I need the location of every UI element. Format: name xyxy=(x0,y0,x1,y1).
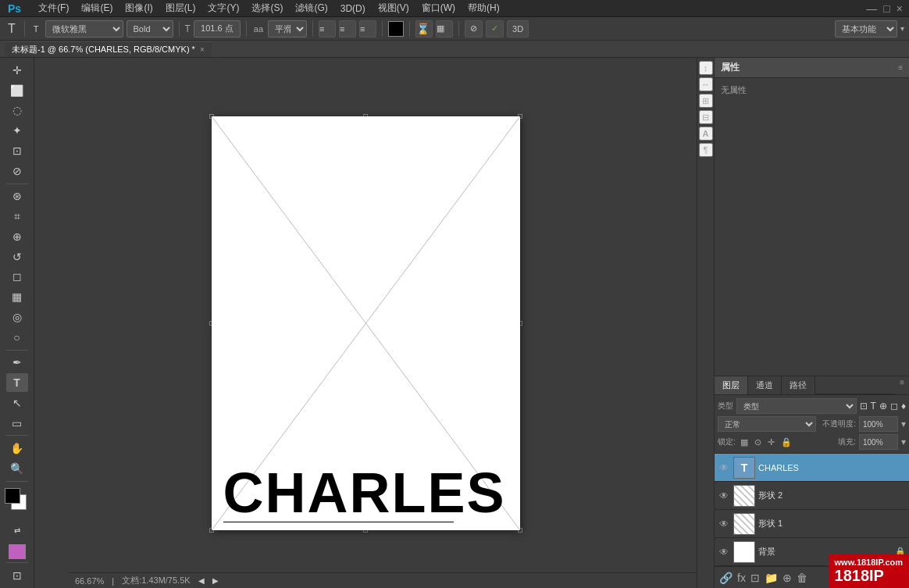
menu-layer[interactable]: 图层(L) xyxy=(159,0,202,16)
zoom-tool[interactable]: 🔍 xyxy=(6,459,28,478)
menu-help[interactable]: 帮助(H) xyxy=(462,0,506,16)
opacity-arrow[interactable]: ▾ xyxy=(901,419,906,429)
font-family-select[interactable]: 微软雅黑 xyxy=(45,20,123,37)
align-center-button[interactable]: ≡ xyxy=(339,20,356,37)
rt-zoom-button[interactable]: ↔ xyxy=(699,77,713,91)
filter-icon-2[interactable]: T xyxy=(871,401,876,412)
layer-thumb-shape2 xyxy=(733,485,755,507)
menu-filter[interactable]: 滤镜(G) xyxy=(289,0,333,16)
spot-healing-brush[interactable]: ⊛ xyxy=(6,187,28,205)
document-tab[interactable]: 未标题-1 @ 66.7% (CHARLES, RGB/8/CMYK) * × xyxy=(3,41,213,57)
expand-workspace-icon[interactable]: ▾ xyxy=(900,24,904,33)
change-screen-mode[interactable]: ⊡ xyxy=(6,566,28,585)
blend-mode-select[interactable]: 正常 xyxy=(718,416,816,432)
path-selection-tool[interactable]: ↖ xyxy=(6,394,28,412)
canvas-area[interactable]: CHARLES 66.67% | 文档:1.43M/75.5K ◀ ▶ xyxy=(34,58,697,588)
lock-all-icon[interactable]: 🔒 xyxy=(781,437,792,447)
menu-file[interactable]: 文件(F) xyxy=(32,0,75,16)
cancel-text-button[interactable]: ⊘ xyxy=(465,20,483,37)
lock-position-icon[interactable]: ✛ xyxy=(768,437,775,447)
filter-icon-4[interactable]: ◻ xyxy=(890,401,898,412)
menu-image[interactable]: 图像(I) xyxy=(119,0,159,16)
text-color-swatch[interactable] xyxy=(388,21,404,37)
align-left-button[interactable]: ≡ xyxy=(319,20,336,37)
layers-panel-expand[interactable]: ≡ xyxy=(895,376,909,394)
text-tool[interactable]: T xyxy=(6,373,28,392)
tab-channels[interactable]: 通道 xyxy=(748,376,782,394)
opacity-input[interactable] xyxy=(859,416,898,432)
status-next-button[interactable]: ▶ xyxy=(212,576,219,585)
lock-transparent-icon[interactable]: ▦ xyxy=(740,437,748,447)
filter-icon-1[interactable]: ⊡ xyxy=(860,401,868,412)
quick-mask-mode[interactable] xyxy=(9,544,26,559)
rt-para-button[interactable]: ¶ xyxy=(699,143,713,157)
swap-colors-button[interactable]: ⇄ xyxy=(6,519,28,541)
workspace-select[interactable]: 基本功能 xyxy=(835,20,897,37)
confirm-text-button[interactable]: ✓ xyxy=(486,20,504,37)
pen-tool[interactable]: ✒ xyxy=(6,353,28,372)
properties-expand-icon[interactable]: ≡ xyxy=(898,63,903,72)
dodge-tool[interactable]: ○ xyxy=(6,328,28,347)
menu-window[interactable]: 窗口(W) xyxy=(415,0,462,16)
rt-layers-button[interactable]: ⊟ xyxy=(699,110,713,124)
layer-item-charles[interactable]: 👁 T CHARLES xyxy=(715,454,909,482)
maximize-button[interactable]: □ xyxy=(880,2,893,15)
text-tool-icon[interactable]: T xyxy=(5,22,19,36)
menu-text[interactable]: 文字(Y) xyxy=(201,0,245,16)
menu-edit[interactable]: 编辑(E) xyxy=(75,0,119,16)
blur-tool[interactable]: ◎ xyxy=(6,308,28,326)
eraser-tool[interactable]: ◻ xyxy=(6,268,28,287)
quick-select-tool[interactable]: ✦ xyxy=(6,121,28,140)
foreground-color[interactable] xyxy=(5,488,20,504)
fill-input[interactable] xyxy=(859,434,898,450)
lock-image-icon[interactable]: ⊙ xyxy=(754,437,761,447)
layer-item-shape2[interactable]: 👁 形状 2 xyxy=(715,482,909,510)
menu-view[interactable]: 视图(V) xyxy=(372,0,415,16)
create-layer-button[interactable]: ⊕ xyxy=(782,572,792,584)
menu-select[interactable]: 选择(S) xyxy=(245,0,289,16)
layer-eye-charles[interactable]: 👁 xyxy=(718,461,730,474)
status-prev-button[interactable]: ◀ xyxy=(198,576,205,585)
minimize-button[interactable]: — xyxy=(863,2,880,15)
layer-eye-shape1[interactable]: 👁 xyxy=(718,518,730,530)
create-group-button[interactable]: 📁 xyxy=(765,572,778,584)
crop-tool[interactable]: ⊡ xyxy=(6,141,28,160)
rt-hand-button[interactable]: ↕ xyxy=(699,61,713,75)
antialiasing-select[interactable]: 平滑 xyxy=(268,20,307,37)
add-style-button[interactable]: fx xyxy=(737,572,746,584)
eyedropper-tool[interactable]: ⊘ xyxy=(6,162,28,180)
menu-3d[interactable]: 3D(D) xyxy=(334,2,372,16)
canvas-wrapper: CHARLES xyxy=(212,116,520,530)
move-tool[interactable]: ✛ xyxy=(6,61,28,80)
layer-eye-bg[interactable]: 👁 xyxy=(718,546,730,558)
layer-eye-shape2[interactable]: 👁 xyxy=(718,490,730,502)
text-options-button[interactable]: ▦ xyxy=(436,20,453,37)
shape-tool[interactable]: ▭ xyxy=(6,414,28,433)
fill-arrow[interactable]: ▾ xyxy=(901,437,906,447)
hand-tool[interactable]: ✋ xyxy=(6,439,28,458)
close-button[interactable]: × xyxy=(893,2,906,15)
3d-button[interactable]: 3D xyxy=(507,20,529,37)
rt-char-button[interactable]: A xyxy=(699,127,713,141)
font-style-select[interactable]: Bold xyxy=(127,20,173,37)
tab-close-button[interactable]: × xyxy=(200,45,205,54)
gradient-tool[interactable]: ▦ xyxy=(6,287,28,306)
font-size-input[interactable] xyxy=(194,20,241,37)
rectangular-marquee-tool[interactable]: ⬜ xyxy=(6,81,28,100)
lasso-tool[interactable]: ◌ xyxy=(6,102,28,120)
rt-properties-button[interactable]: ⊞ xyxy=(699,94,713,108)
warp-text-button[interactable]: ⌛ xyxy=(415,20,433,37)
clone-stamp-tool[interactable]: ⊕ xyxy=(6,227,28,246)
tab-layers[interactable]: 图层 xyxy=(715,376,748,394)
filter-icon-5[interactable]: ♦ xyxy=(901,401,906,412)
link-layers-button[interactable]: 🔗 xyxy=(719,572,733,584)
brush-tool[interactable]: ⌗ xyxy=(6,207,28,226)
delete-layer-button[interactable]: 🗑 xyxy=(797,572,807,584)
tab-paths[interactable]: 路径 xyxy=(782,376,815,394)
layer-filter-select[interactable]: 类型 xyxy=(736,398,857,414)
filter-icon-3[interactable]: ⊕ xyxy=(879,401,887,412)
layer-item-shape1[interactable]: 👁 形状 1 xyxy=(715,510,909,538)
add-mask-button[interactable]: ⊡ xyxy=(750,572,760,584)
align-right-button[interactable]: ≡ xyxy=(359,20,376,37)
history-brush-tool[interactable]: ↺ xyxy=(6,248,28,266)
